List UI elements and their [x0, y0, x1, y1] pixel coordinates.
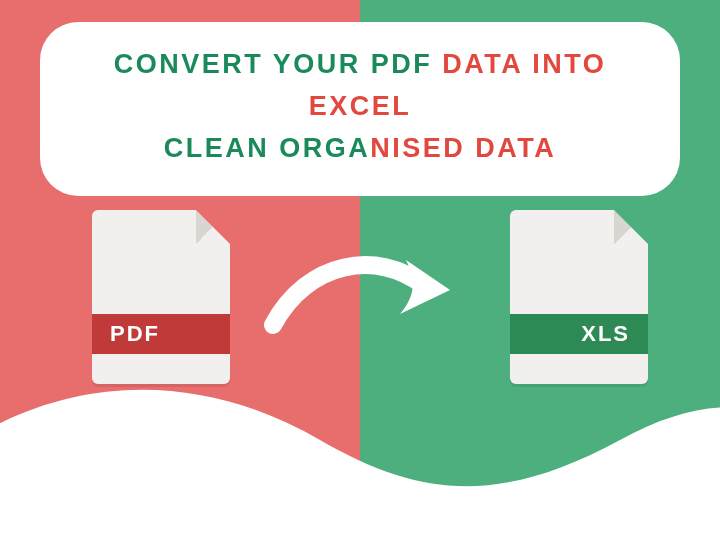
headline-banner: CONVERT YOUR PDF DATA INTO EXCELCLEAN OR… — [40, 22, 680, 196]
file-body: PDF — [92, 210, 230, 384]
xls-band-label: XLS — [510, 314, 648, 354]
pdf-band-label: PDF — [92, 314, 230, 354]
xls-file-icon: XLS — [510, 210, 648, 384]
file-body: XLS — [510, 210, 648, 384]
arrow-icon — [258, 240, 458, 350]
file-fold-corner — [614, 210, 648, 244]
pdf-file-icon: PDF — [92, 210, 230, 384]
file-fold-corner — [196, 210, 230, 244]
headline-text: CONVERT YOUR PDF DATA INTO EXCELCLEAN OR… — [70, 44, 650, 170]
